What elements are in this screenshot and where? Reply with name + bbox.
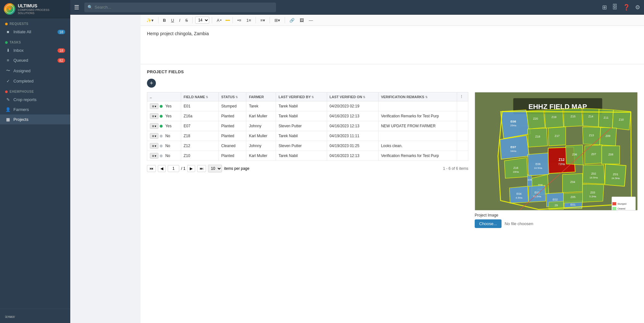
powered-by-logo: Powered by ULTIMUS: [5, 313, 24, 319]
tasks-label: TASKS: [10, 41, 21, 44]
table-body: ≡ ▾ Yes E01 Stumped Tarek Tarek Nabil 04…: [147, 101, 468, 161]
row-menu-button[interactable]: ≡ ▾: [150, 133, 158, 139]
toolbar-sep-7: [285, 17, 285, 23]
svg-rect-81: [612, 202, 616, 205]
editor-content: Hemp project chingola, Zambia: [147, 31, 638, 36]
database-icon[interactable]: 🗄: [612, 4, 618, 11]
status-indicator: [160, 125, 163, 128]
row-menu-button[interactable]: ≡ ▾: [150, 113, 158, 119]
svg-text:Cleared: Cleared: [617, 208, 625, 210]
align-button[interactable]: ≡▾: [258, 17, 267, 24]
project-image-label: Project Image: [475, 213, 638, 217]
font-color-button[interactable]: A ▾: [215, 17, 224, 24]
assigned-icon: 〜: [5, 68, 11, 74]
status-indicator: [160, 145, 163, 147]
map-container: EHHZ FIELD MAP E08 25Ha E07 34Ha Z20: [475, 92, 638, 210]
menu-toggle-button[interactable]: ☰: [74, 4, 79, 11]
sidebar-item-farmers[interactable]: 👤 Farmers: [0, 105, 70, 114]
more-button[interactable]: —: [307, 17, 315, 24]
strikethrough-button[interactable]: S̶: [183, 17, 190, 24]
row-menu-button[interactable]: ≡ ▾: [150, 143, 158, 149]
font-size-select[interactable]: 14 8 10 12 16 18 24: [195, 17, 209, 24]
completed-icon: ✓: [5, 79, 11, 83]
underline-button[interactable]: U: [169, 17, 176, 24]
verification-remarks-cell: Looks clean.: [378, 141, 457, 151]
row-menu-button[interactable]: ≡ ▾: [150, 123, 158, 129]
sidebar-item-initiate-all[interactable]: ■ Initiate All 18: [0, 27, 70, 37]
svg-text:E02: E02: [553, 198, 558, 201]
sidebar-item-assigned[interactable]: 〜 Assigned: [0, 65, 70, 76]
toolbar-sep-2: [192, 17, 193, 23]
row-menu-button[interactable]: ≡ ▾: [150, 103, 158, 109]
main-content: ✨▾ B U I S̶ 14 8 10 12 16 18 24 A ▾ •≡ 1…: [141, 15, 644, 323]
sidebar-item-crop-reports[interactable]: ✎ Crop reports: [0, 95, 70, 105]
link-button[interactable]: 🔗: [288, 17, 296, 24]
verification-remarks-cell: Verification Remarks for Test Purp: [378, 111, 457, 121]
row-menu-cell: ≡ ▾ No: [147, 141, 181, 151]
logo-text: ULTIMUS COMPOSED PROCESS SOLUTIONS: [18, 3, 66, 15]
svg-text:E04: E04: [517, 192, 522, 195]
table-row: ≡ ▾ No Z10 Planted Karl Muller Tarek Nab…: [147, 151, 468, 161]
row-more-cell: [457, 111, 468, 121]
items-per-page-select[interactable]: 10 20 50: [208, 165, 222, 172]
row-menu-button[interactable]: ≡ ▾: [150, 153, 158, 159]
sidebar-item-label: Assigned: [13, 68, 30, 73]
help-icon[interactable]: ❓: [623, 4, 630, 11]
inbox-icon: ⬇: [5, 48, 11, 53]
next-page-button[interactable]: ▶: [187, 165, 195, 172]
last-verified-by-cell: Tarek Nabil: [276, 101, 327, 111]
sidebar-item-queued[interactable]: ≡ Queued 82: [0, 55, 70, 65]
toolbar-sep-3: [212, 17, 212, 23]
bullet-list-button[interactable]: •≡: [235, 17, 243, 24]
verification-remarks-cell: Verification Remarks for Test Purp: [378, 151, 457, 161]
projects-icon: ▦: [5, 117, 11, 122]
last-page-button[interactable]: ⏭: [197, 165, 206, 172]
record-count: 1 - 6 of 6 items: [443, 166, 468, 171]
sidebar-item-label: Initiate All: [13, 29, 31, 34]
sidebar-item-label: Completed: [13, 79, 34, 83]
th-last-verified-by[interactable]: LAST VERIFIED BY: [276, 92, 327, 101]
first-page-button[interactable]: ⏮: [147, 165, 156, 172]
map-section: EHHZ FIELD MAP E08 25Ha E07 34Ha Z20: [475, 92, 638, 228]
svg-text:Z13: Z13: [589, 134, 594, 137]
th-last-verified-on[interactable]: LAST VERIFIED ON: [327, 92, 378, 101]
field-name-cell: Z16a: [181, 111, 218, 121]
settings-icon[interactable]: ⚙: [635, 4, 640, 11]
svg-text:Z18: Z18: [535, 135, 540, 138]
farmer-cell: Karl Muller: [246, 151, 276, 161]
image-button[interactable]: 🖼: [298, 17, 306, 24]
initiate-all-icon: ■: [5, 29, 11, 34]
grid-view-icon[interactable]: ⊞: [602, 4, 607, 11]
section-title: PROJECT FIELDS: [147, 69, 638, 74]
table-button[interactable]: ⊞▾: [272, 17, 282, 24]
numbered-list-button[interactable]: 1≡: [244, 17, 253, 24]
search-input[interactable]: [95, 5, 273, 10]
editor-area[interactable]: Hemp project chingola, Zambia: [141, 26, 644, 64]
status-indicator: [160, 154, 163, 157]
svg-text:Stumped: Stumped: [617, 203, 626, 205]
sidebar-item-completed[interactable]: ✓ Completed: [0, 76, 70, 86]
magic-toolbar-btn[interactable]: ✨▾: [144, 17, 156, 24]
italic-button[interactable]: I: [177, 17, 182, 24]
add-field-button[interactable]: +: [147, 79, 156, 88]
sidebar-item-label: Farmers: [13, 107, 29, 112]
th-status[interactable]: STATUS: [218, 92, 246, 101]
current-page-input[interactable]: [168, 165, 179, 172]
table-section: .. FIELD NAME STATUS FARMER LAST VERIFIE…: [147, 92, 468, 176]
farmer-cell: Karl Muller: [246, 131, 276, 141]
sidebar-item-projects[interactable]: ▦ Projects: [0, 114, 70, 124]
status-indicator: [160, 135, 163, 138]
svg-text:Z05: Z05: [571, 195, 575, 199]
th-verification-remarks[interactable]: VERIFICATION REMARKS: [378, 92, 457, 101]
choose-file-button[interactable]: Choose...: [475, 219, 502, 228]
field-name-cell: Z12: [181, 141, 218, 151]
font-color-letter: A: [217, 18, 219, 23]
last-verified-on-cell: 04/20/2023 02:19: [327, 101, 378, 111]
th-field-name[interactable]: FIELD NAME: [181, 92, 218, 101]
bold-button[interactable]: B: [161, 17, 168, 24]
sidebar-item-inbox[interactable]: ⬇ Inbox 18: [0, 45, 70, 55]
svg-text:Z11: Z11: [603, 116, 608, 119]
table-row: ≡ ▾ Yes E07 Planted Johnny Steven Putter…: [147, 121, 468, 131]
prev-page-button[interactable]: ◀: [158, 165, 166, 172]
toolbar-sep-5: [256, 17, 256, 23]
